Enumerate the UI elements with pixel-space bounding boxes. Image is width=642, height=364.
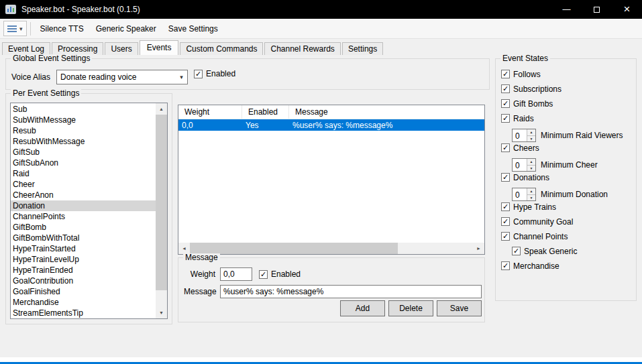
column-header-weight[interactable]: Weight [178,105,242,119]
event-list-item-streamelementstip[interactable]: StreamElementsTip [11,308,156,318]
toolbar-button-save-settings[interactable]: Save Settings [162,21,224,37]
checkbox-icon: ✓ [501,217,510,226]
event-state-subscriptions[interactable]: ✓Subscriptions [501,84,633,93]
tab-users[interactable]: Users [105,42,138,55]
event-state-raids[interactable]: ✓Raids [501,114,633,123]
event-state-merchandise-label: Merchandise [513,261,559,271]
group-title: Per Event Settings [11,89,81,98]
event-state-speak-generic[interactable]: ✓Speak Generic [512,247,633,255]
minimum-donation-label: Minimum Donation [541,190,608,199]
column-header-message[interactable]: Message [289,105,484,119]
spin-down-icon[interactable]: ▼ [527,165,535,172]
event-state-follows[interactable]: ✓Follows [501,70,633,78]
app-window: Speaker.bot - Speaker.bot (0.1.5) — × ▾ … [0,0,642,364]
minimum-value-row: 0▲▼Minimum Donation [512,188,633,201]
event-list-item-hypetrainlevelup[interactable]: HypeTrainLevelUp [11,254,156,265]
minimum-cheer-label: Minimum Cheer [541,160,598,170]
weight-row: Weight 0,0 ✓Enabled [184,267,479,281]
scrollbar-track[interactable] [190,243,473,254]
weight-input[interactable]: 0,0 [220,267,252,281]
event-list-item-giftsubanon[interactable]: GiftSubAnon [11,158,156,168]
app-icon [5,4,16,15]
toolbar-button-generic-speaker[interactable]: Generic Speaker [90,21,162,37]
event-list-item-goalfinished[interactable]: GoalFinished [11,286,156,297]
event-state-merchandise[interactable]: ✓Merchandise [501,261,633,270]
checkbox-icon: ✓ [194,70,203,78]
event-state-hype-trains[interactable]: ✓Hype Trains [501,202,633,211]
spin-up-icon[interactable]: ▲ [527,129,535,135]
event-state-cheers-label: Cheers [513,143,539,153]
event-list-item-hypetrainended[interactable]: HypeTrainEnded [11,265,156,276]
event-list-item-sub[interactable]: Sub [11,104,156,115]
event-state-gift-bombs[interactable]: ✓Gift Bombs [501,99,633,108]
event-list-item-cheeranon[interactable]: CheerAnon [11,190,156,200]
checkbox-icon: ✓ [501,114,510,123]
message-input[interactable]: %user% says: %message% [220,285,482,298]
numeric-value: 0 [513,159,527,171]
caret-down-icon: ▾ [19,25,23,32]
horizontal-scrollbar[interactable]: ◄ ► [178,243,484,254]
event-list-item-channelpoints[interactable]: ChannelPoints [11,211,156,222]
event-list-item-raid[interactable]: Raid [11,168,156,179]
spin-down-icon[interactable]: ▼ [527,194,535,201]
global-enabled-checkbox[interactable]: ✓Enabled [194,70,235,78]
checkbox-icon: ✓ [501,202,510,211]
save-button[interactable]: Save [437,300,482,316]
tab-custom-commands[interactable]: Custom Commands [180,42,263,55]
minimum-donation-input[interactable]: 0▲▼ [512,188,536,201]
maximize-button[interactable] [582,0,612,19]
toolbar-button-silence-tts[interactable]: Silence TTS [34,21,90,37]
event-state-community-goal[interactable]: ✓Community Goal [501,217,633,226]
message-row[interactable]: 0,0Yes%user% says: %message% [178,119,484,131]
global-enabled-checkbox-label: Enabled [206,69,235,78]
event-list-item-hypetrainstarted[interactable]: HypeTrainStarted [11,243,156,254]
event-list-item-giftbombwithtotal[interactable]: GiftBombWithTotal [11,233,156,243]
event-state-channel-points[interactable]: ✓Channel Points [501,232,633,241]
minimize-button[interactable]: — [551,0,582,19]
scrollbar-thumb[interactable] [156,115,167,290]
event-list-item-resub[interactable]: Resub [11,125,156,136]
close-button[interactable]: × [612,0,642,19]
event-list-item-donation[interactable]: Donation [11,200,156,211]
column-header-enabled[interactable]: Enabled [242,105,289,119]
numeric-value: 0 [513,129,527,141]
per-event-settings-group: Per Event Settings SubSubWithMessageResu… [5,93,172,324]
event-list-item-merchandise[interactable]: Merchandise [11,297,156,308]
event-list-item-giftbomb[interactable]: GiftBomb [11,222,156,233]
scroll-up-icon[interactable]: ▲ [156,103,167,115]
toolbar-separator [30,22,31,36]
minimum-cheer-input[interactable]: 0▲▼ [512,158,536,172]
event-list-item-subwithmessage[interactable]: SubWithMessage [11,115,156,125]
event-list-item-giftsub[interactable]: GiftSub [11,147,156,158]
messages-listview: WeightEnabledMessage 0,0Yes%user% says: … [178,105,485,255]
scrollbar-thumb[interactable] [190,243,398,254]
window-title: Speaker.bot - Speaker.bot (0.1.5) [21,5,140,14]
spin-up-icon[interactable]: ▲ [527,159,535,165]
scroll-right-icon[interactable]: ► [473,243,484,254]
event-list-item-goalcontribution[interactable]: GoalContribution [11,276,156,286]
vertical-scrollbar[interactable]: ▲ ▼ [156,103,167,318]
event-state-cheers[interactable]: ✓Cheers [501,143,633,152]
event-state-donations[interactable]: ✓Donations [501,173,633,182]
scrollbar-track[interactable] [156,115,167,307]
listview-header: WeightEnabledMessage [178,105,484,119]
add-button[interactable]: Add [340,300,385,316]
delete-button[interactable]: Delete [388,300,433,316]
scroll-down-icon[interactable]: ▼ [156,307,167,318]
voice-alias-combobox[interactable]: Donate reading voice ▾ [56,70,188,84]
minimum-raid-viewers-input[interactable]: 0▲▼ [512,129,536,142]
checkbox-icon: ✓ [501,84,510,93]
spin-down-icon[interactable]: ▼ [527,135,535,142]
message-enabled-checkbox[interactable]: ✓Enabled [259,270,301,279]
event-list-item-resubwithmessage[interactable]: ResubWithMessage [11,136,156,147]
checkbox-icon: ✓ [501,70,510,78]
menu-dropdown-button[interactable]: ▾ [3,21,27,36]
voice-alias-label: Voice Alias [11,72,50,82]
tab-channel-rewards[interactable]: Channel Rewards [264,42,340,55]
event-state-hype-trains-label: Hype Trains [513,202,556,212]
spin-up-icon[interactable]: ▲ [527,188,535,194]
spinner-buttons: ▲▼ [527,188,535,200]
tab-settings[interactable]: Settings [342,42,383,55]
tab-events[interactable]: Events [140,40,179,55]
event-list-item-cheer[interactable]: Cheer [11,179,156,190]
